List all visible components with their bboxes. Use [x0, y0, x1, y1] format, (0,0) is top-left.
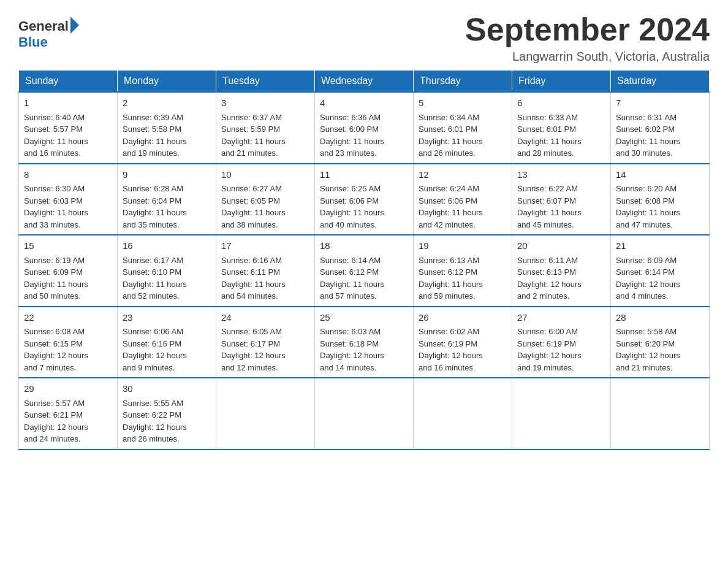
page-header: General Blue September 2024 Langwarrin S… [18, 12, 710, 64]
day-info: Sunrise: 6:30 AMSunset: 6:03 PMDaylight:… [24, 184, 88, 229]
day-info: Sunrise: 6:31 AMSunset: 6:02 PMDaylight:… [616, 113, 680, 158]
day-number: 21 [616, 239, 704, 253]
day-info: Sunrise: 6:08 AMSunset: 6:15 PMDaylight:… [24, 327, 88, 372]
table-row: 20 Sunrise: 6:11 AMSunset: 6:13 PMDaylig… [512, 235, 611, 307]
day-number: 8 [24, 168, 112, 182]
logo-blue-text: Blue [18, 34, 48, 50]
day-number: 29 [24, 382, 112, 396]
day-info: Sunrise: 6:22 AMSunset: 6:07 PMDaylight:… [517, 184, 582, 229]
day-info: Sunrise: 6:39 AMSunset: 5:58 PMDaylight:… [123, 113, 187, 158]
table-row: 30 Sunrise: 5:55 AMSunset: 6:22 PMDaylig… [118, 378, 216, 450]
col-sunday: Sunday [19, 71, 118, 93]
day-info: Sunrise: 6:17 AMSunset: 6:10 PMDaylight:… [123, 256, 187, 301]
table-row: 13 Sunrise: 6:22 AMSunset: 6:07 PMDaylig… [512, 164, 611, 236]
table-row: 15 Sunrise: 6:19 AMSunset: 6:09 PMDaylig… [19, 235, 118, 307]
day-number: 6 [517, 96, 605, 110]
day-number: 23 [123, 311, 211, 325]
table-row: 11 Sunrise: 6:25 AMSunset: 6:06 PMDaylig… [315, 164, 414, 236]
table-row [216, 378, 315, 450]
table-row: 24 Sunrise: 6:05 AMSunset: 6:17 PMDaylig… [216, 307, 315, 378]
day-info: Sunrise: 6:06 AMSunset: 6:16 PMDaylight:… [123, 327, 187, 372]
table-row: 22 Sunrise: 6:08 AMSunset: 6:15 PMDaylig… [19, 307, 118, 378]
col-friday: Friday [512, 71, 611, 93]
table-row: 26 Sunrise: 6:02 AMSunset: 6:19 PMDaylig… [414, 307, 512, 378]
day-info: Sunrise: 6:09 AMSunset: 6:14 PMDaylight:… [616, 256, 680, 301]
day-info: Sunrise: 6:19 AMSunset: 6:09 PMDaylight:… [24, 256, 88, 301]
day-number: 26 [419, 311, 507, 325]
day-number: 22 [24, 311, 112, 325]
day-info: Sunrise: 6:02 AMSunset: 6:19 PMDaylight:… [419, 327, 483, 372]
calendar-header-row: Sunday Monday Tuesday Wednesday Thursday… [19, 71, 710, 93]
day-info: Sunrise: 6:24 AMSunset: 6:06 PMDaylight:… [419, 184, 483, 229]
table-row: 3 Sunrise: 6:37 AMSunset: 5:59 PMDayligh… [216, 92, 315, 164]
table-row [315, 378, 414, 450]
table-row: 27 Sunrise: 6:00 AMSunset: 6:19 PMDaylig… [512, 307, 611, 378]
day-info: Sunrise: 6:34 AMSunset: 6:01 PMDaylight:… [419, 113, 483, 158]
table-row: 9 Sunrise: 6:28 AMSunset: 6:04 PMDayligh… [118, 164, 216, 236]
table-row: 23 Sunrise: 6:06 AMSunset: 6:16 PMDaylig… [118, 307, 216, 378]
day-info: Sunrise: 6:14 AMSunset: 6:12 PMDaylight:… [320, 256, 384, 301]
day-number: 7 [616, 96, 704, 110]
day-number: 12 [419, 168, 507, 182]
day-info: Sunrise: 5:58 AMSunset: 6:20 PMDaylight:… [616, 327, 680, 372]
table-row [512, 378, 611, 450]
title-block: September 2024 Langwarrin South, Victori… [465, 12, 710, 64]
table-row: 2 Sunrise: 6:39 AMSunset: 5:58 PMDayligh… [118, 92, 216, 164]
col-saturday: Saturday [611, 71, 710, 93]
table-row: 25 Sunrise: 6:03 AMSunset: 6:18 PMDaylig… [315, 307, 414, 378]
day-info: Sunrise: 6:00 AMSunset: 6:19 PMDaylight:… [517, 327, 582, 372]
table-row: 4 Sunrise: 6:36 AMSunset: 6:00 PMDayligh… [315, 92, 414, 164]
day-info: Sunrise: 6:25 AMSunset: 6:06 PMDaylight:… [320, 184, 384, 229]
table-row: 28 Sunrise: 5:58 AMSunset: 6:20 PMDaylig… [611, 307, 710, 378]
logo-triangle-icon [70, 17, 79, 34]
table-row: 18 Sunrise: 6:14 AMSunset: 6:12 PMDaylig… [315, 235, 414, 307]
day-info: Sunrise: 6:40 AMSunset: 5:57 PMDaylight:… [24, 113, 88, 158]
day-info: Sunrise: 5:57 AMSunset: 6:21 PMDaylight:… [24, 399, 88, 444]
table-row: 12 Sunrise: 6:24 AMSunset: 6:06 PMDaylig… [414, 164, 512, 236]
col-thursday: Thursday [414, 71, 512, 93]
table-row [611, 378, 710, 450]
day-number: 28 [616, 311, 704, 325]
day-info: Sunrise: 6:27 AMSunset: 6:05 PMDaylight:… [221, 184, 286, 229]
day-number: 27 [517, 311, 605, 325]
day-info: Sunrise: 6:28 AMSunset: 6:04 PMDaylight:… [123, 184, 187, 229]
calendar-table: Sunday Monday Tuesday Wednesday Thursday… [18, 70, 710, 450]
table-row: 7 Sunrise: 6:31 AMSunset: 6:02 PMDayligh… [611, 92, 710, 164]
table-row: 21 Sunrise: 6:09 AMSunset: 6:14 PMDaylig… [611, 235, 710, 307]
day-number: 19 [419, 239, 507, 253]
day-info: Sunrise: 6:37 AMSunset: 5:59 PMDaylight:… [221, 113, 286, 158]
location-subtitle: Langwarrin South, Victoria, Australia [465, 50, 710, 64]
table-row: 29 Sunrise: 5:57 AMSunset: 6:21 PMDaylig… [19, 378, 118, 450]
day-info: Sunrise: 6:16 AMSunset: 6:11 PMDaylight:… [221, 256, 286, 301]
day-number: 9 [123, 168, 211, 182]
day-info: Sunrise: 6:36 AMSunset: 6:00 PMDaylight:… [320, 113, 384, 158]
day-number: 14 [616, 168, 704, 182]
table-row: 17 Sunrise: 6:16 AMSunset: 6:11 PMDaylig… [216, 235, 315, 307]
table-row: 8 Sunrise: 6:30 AMSunset: 6:03 PMDayligh… [19, 164, 118, 236]
day-info: Sunrise: 6:05 AMSunset: 6:17 PMDaylight:… [221, 327, 286, 372]
col-monday: Monday [118, 71, 216, 93]
table-row: 1 Sunrise: 6:40 AMSunset: 5:57 PMDayligh… [19, 92, 118, 164]
day-info: Sunrise: 6:33 AMSunset: 6:01 PMDaylight:… [517, 113, 582, 158]
calendar-row: 15 Sunrise: 6:19 AMSunset: 6:09 PMDaylig… [19, 235, 710, 307]
table-row: 14 Sunrise: 6:20 AMSunset: 6:08 PMDaylig… [611, 164, 710, 236]
table-row: 10 Sunrise: 6:27 AMSunset: 6:05 PMDaylig… [216, 164, 315, 236]
table-row: 16 Sunrise: 6:17 AMSunset: 6:10 PMDaylig… [118, 235, 216, 307]
col-tuesday: Tuesday [216, 71, 315, 93]
day-number: 24 [221, 311, 309, 325]
day-info: Sunrise: 6:03 AMSunset: 6:18 PMDaylight:… [320, 327, 384, 372]
day-number: 11 [320, 168, 408, 182]
day-number: 10 [221, 168, 309, 182]
day-info: Sunrise: 6:11 AMSunset: 6:13 PMDaylight:… [517, 256, 582, 301]
calendar-row: 8 Sunrise: 6:30 AMSunset: 6:03 PMDayligh… [19, 164, 710, 236]
day-number: 15 [24, 239, 112, 253]
table-row [414, 378, 512, 450]
table-row: 5 Sunrise: 6:34 AMSunset: 6:01 PMDayligh… [414, 92, 512, 164]
day-number: 13 [517, 168, 605, 182]
day-number: 2 [123, 96, 211, 110]
month-title: September 2024 [465, 12, 710, 47]
calendar-row: 22 Sunrise: 6:08 AMSunset: 6:15 PMDaylig… [19, 307, 710, 378]
day-info: Sunrise: 6:20 AMSunset: 6:08 PMDaylight:… [616, 184, 680, 229]
day-number: 3 [221, 96, 309, 110]
logo: General Blue [18, 18, 79, 50]
